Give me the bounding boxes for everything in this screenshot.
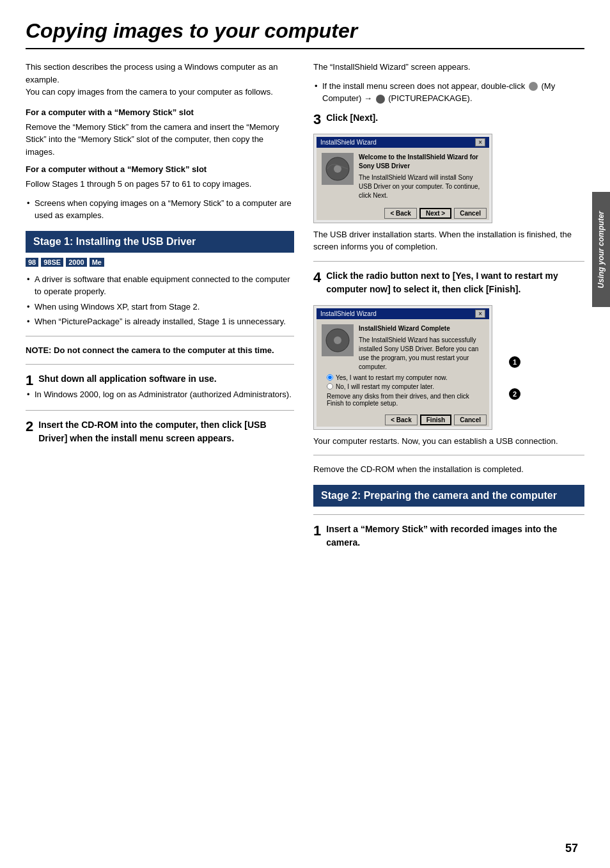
screenshot2-radio1[interactable] <box>327 374 333 381</box>
step1: 1 Shut down all application software in … <box>26 372 294 401</box>
screenshot1-text: Welcome to the InstallShield Wizard for … <box>359 153 484 200</box>
page: Using your computer Copying images to yo… <box>0 0 610 868</box>
os-badge-98se: 98SE <box>41 258 63 267</box>
stage2-box: Stage 2: Preparing the camera and the co… <box>313 485 584 507</box>
screens-note-item: Screens when copying images on a “Memory… <box>26 197 294 222</box>
divider-1 <box>26 336 294 336</box>
step1-number: 1 <box>26 374 33 388</box>
my-computer-icon <box>529 82 538 91</box>
screenshot1-box: InstallShield Wizard × Welcome to the In… <box>313 134 492 223</box>
screenshot2-close: × <box>475 310 485 318</box>
os-badge-me: Me <box>90 258 104 267</box>
page-number: 57 <box>565 842 578 855</box>
screenshot1-cancel-btn[interactable]: Cancel <box>454 208 487 219</box>
screenshot1-close: × <box>475 138 485 146</box>
step1-stage2: 1 Insert a “Memory Stick” with recorded … <box>313 523 584 549</box>
step2-number: 2 <box>26 420 33 434</box>
no-memory-stick-section-body: Follow Stages 1 through 5 on pages 57 to… <box>26 178 294 191</box>
screenshot2-note: Remove any disks from their drives, and … <box>327 393 484 407</box>
screenshot2-cancel-btn[interactable]: Cancel <box>454 414 487 425</box>
divider-2 <box>26 364 294 365</box>
step1-text: Shut down all application software in us… <box>38 374 216 384</box>
screenshot2-buttons: < Back Finish Cancel <box>317 412 489 427</box>
left-column: This section describes the process using… <box>26 61 294 558</box>
os-badge-98: 98 <box>26 258 38 267</box>
divider-6 <box>313 514 584 515</box>
step4-text: Click the radio button next to [Yes, I w… <box>326 271 558 294</box>
screenshot2-radio1-label: Yes, I want to restart my computer now. <box>336 374 448 381</box>
callout-2: 2 <box>509 388 520 400</box>
screenshot2-box: InstallShield Wizard × <box>313 305 492 430</box>
step1-sub-bullet: In Windows 2000, log on as Administrator… <box>26 388 294 401</box>
screenshot2-back-btn[interactable]: < Back <box>385 414 418 425</box>
stage1-bullets: A driver is software that enable equipme… <box>26 273 294 328</box>
step1-stage2-text: Insert a “Memory Stick” with recorded im… <box>326 524 557 548</box>
screenshot2-content: InstallShield Wizard Complete The Instal… <box>317 319 489 412</box>
stage1-bullet-2: When using Windows XP, start from Stage … <box>26 301 294 313</box>
screenshot1-buttons: < Back Next > Cancel <box>317 205 489 220</box>
screenshot2-top: InstallShield Wizard Complete The Instal… <box>322 324 484 372</box>
divider-3 <box>26 410 294 411</box>
memory-stick-section-title: For a computer with a “Memory Stick” slo… <box>26 107 294 117</box>
svg-point-3 <box>334 336 341 344</box>
memory-stick-section-body: Remove the “Memory Stick” from the camer… <box>26 121 294 159</box>
screenshot1-content: Welcome to the InstallShield Wizard for … <box>317 148 489 205</box>
note-text: NOTE: Do not connect the camera to the c… <box>26 344 294 357</box>
screenshot2-radio2-label: No, I will restart my computer later. <box>336 383 434 390</box>
screenshot1-heading: Welcome to the InstallShield Wizard for … <box>359 153 484 171</box>
screenshot1-titlebar: InstallShield Wizard × <box>317 137 489 148</box>
step2-text: Insert the CD-ROM into the computer, the… <box>38 420 266 443</box>
screenshot2-titlebar: InstallShield Wizard × <box>317 308 489 319</box>
screenshot1-icon <box>322 153 354 185</box>
stage1-bullet-1: A driver is software that enable equipme… <box>26 273 294 298</box>
screenshot2-radio2-row: No, I will restart my computer later. <box>327 383 484 390</box>
right-column: The “InstallShield Wizard” screen appear… <box>313 61 584 558</box>
picturepackage-icon <box>376 95 385 104</box>
step2: 2 Insert the CD-ROM into the computer, t… <box>26 418 294 445</box>
screenshot1-body: The InstallShield Wizard will install So… <box>359 173 484 200</box>
step1-body: In Windows 2000, log on as Administrator… <box>26 388 294 401</box>
sidebar-label: Using your computer <box>592 192 610 307</box>
step3-number: 3 <box>313 113 321 127</box>
screenshot1-back-btn[interactable]: < Back <box>384 208 417 219</box>
screenshot1-next-btn[interactable]: Next > <box>419 208 451 219</box>
no-memory-stick-section-title: For a computer without a “Memory Stick” … <box>26 164 294 174</box>
divider-4 <box>313 261 584 262</box>
callout-1: 1 <box>509 356 520 368</box>
intro-text-1: This section describes the process using… <box>26 61 294 99</box>
if-menu-not-appear-item: If the install menu screen does not appe… <box>313 80 584 105</box>
stage1-box: Stage 1: Installing the USB Driver <box>26 231 294 253</box>
screenshot2-radios: Yes, I want to restart my computer now. … <box>322 374 484 407</box>
os-badge-2000: 2000 <box>66 258 86 267</box>
divider-5 <box>313 455 584 455</box>
os-badges: 98 98SE 2000 Me <box>26 258 294 267</box>
step3-text: Click [Next]. <box>326 113 378 123</box>
restart-text: Your computer restarts. Now, you can est… <box>313 435 584 448</box>
two-column-layout: This section describes the process using… <box>26 61 584 558</box>
screenshot2-body: The InstallShield Wizard has successfull… <box>359 336 484 372</box>
screenshot2-heading: InstallShield Wizard Complete <box>359 324 484 333</box>
step1-stage2-number: 1 <box>313 524 321 538</box>
screenshot2-text: InstallShield Wizard Complete The Instal… <box>359 324 484 372</box>
step3: 3 Click [Next]. <box>313 111 584 125</box>
page-title: Copying images to your computer <box>26 19 584 49</box>
screenshot2-finish-btn[interactable]: Finish <box>420 414 451 425</box>
installshield-appears: The “InstallShield Wizard” screen appear… <box>313 61 584 74</box>
if-menu-not-appear-list: If the install menu screen does not appe… <box>313 80 584 105</box>
step4-number: 4 <box>313 271 321 285</box>
screens-note-list: Screens when copying images on a “Memory… <box>26 197 294 222</box>
screenshot2-radio2[interactable] <box>327 383 333 390</box>
screenshot2-radio1-row: Yes, I want to restart my computer now. <box>327 374 484 381</box>
stage1-bullet-3: When “PicturePackage” is already install… <box>26 315 294 328</box>
step4: 4 Click the radio button next to [Yes, I… <box>313 269 584 296</box>
usb-driver-text: The USB driver installation starts. When… <box>313 228 584 253</box>
screenshot2-wrapper: InstallShield Wizard × <box>313 305 505 430</box>
remove-cdrom: Remove the CD-ROM when the installation … <box>313 463 584 476</box>
screenshot2-icon <box>322 324 354 356</box>
